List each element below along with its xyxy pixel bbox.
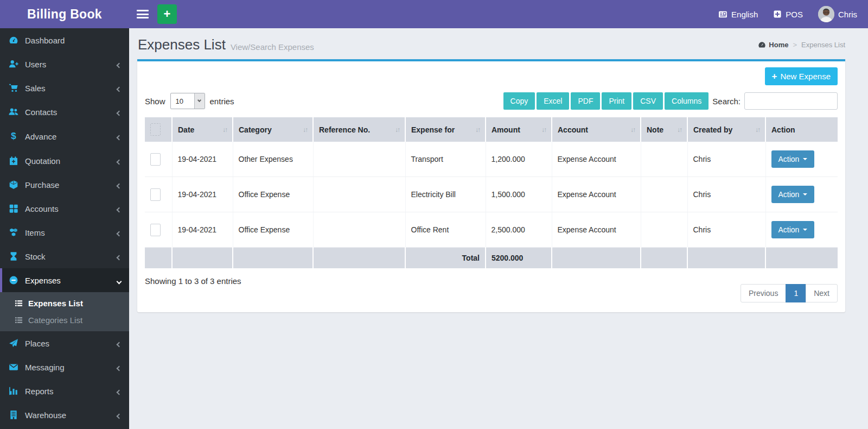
cell-amount: 2,500.000 <box>486 212 552 248</box>
cell-created-by: Chris <box>687 212 765 248</box>
next-page-button[interactable]: Next <box>806 284 838 302</box>
table-row: 19-04-2021 Office Expense Office Rent 2,… <box>145 212 838 248</box>
cell-date: 19-04-2021 <box>172 177 233 212</box>
quick-add-button[interactable]: + <box>157 4 177 24</box>
cube-icon <box>8 180 19 190</box>
chevron-left-icon <box>117 204 121 213</box>
columns-button[interactable]: Columns <box>665 92 709 110</box>
previous-page-button[interactable]: Previous <box>741 284 786 302</box>
cell-account: Expense Account <box>552 177 641 212</box>
cell-date: 19-04-2021 <box>172 212 233 248</box>
chevron-left-icon <box>117 180 121 190</box>
cell-date: 19-04-2021 <box>172 142 233 177</box>
hamburger-menu-icon[interactable] <box>137 10 149 18</box>
total-amount: 5200.000 <box>486 248 552 269</box>
column-header-note[interactable]: Note↓↑ <box>641 117 687 142</box>
sidebar-item-warehouse[interactable]: Warehouse <box>0 403 129 427</box>
column-header-created-by[interactable]: Created by↓↑ <box>687 117 765 142</box>
sidebar-item-label: Warehouse <box>25 411 66 420</box>
sort-icon: ↓↑ <box>541 126 546 134</box>
sort-icon: ↓↑ <box>303 126 307 134</box>
table-row: 19-04-2021 Other Expenses Transport 1,20… <box>145 142 838 177</box>
cell-account: Expense Account <box>552 212 641 248</box>
language-menu[interactable]: English <box>718 10 758 19</box>
column-header-amount[interactable]: Amount↓↑ <box>486 117 552 142</box>
action-dropdown-button[interactable]: Action <box>771 150 815 168</box>
sidebar-item-advance[interactable]: $ Advance <box>0 124 129 149</box>
cell-category: Office Expense <box>233 212 313 248</box>
row-checkbox[interactable] <box>150 188 161 201</box>
cell-note <box>641 177 687 212</box>
submenu-item-expenses-list[interactable]: Expenses List <box>0 295 129 312</box>
chevron-left-icon <box>117 60 121 69</box>
user-menu[interactable]: Chris <box>818 6 857 22</box>
pdf-button[interactable]: PDF <box>571 92 600 110</box>
sidebar-item-expenses[interactable]: Expenses <box>0 268 129 292</box>
cell-note <box>641 142 687 177</box>
csv-button[interactable]: CSV <box>633 92 663 110</box>
breadcrumb-current: Expenses List <box>801 41 845 49</box>
sidebar-item-contacts[interactable]: Contacts <box>0 100 129 124</box>
column-header-expense-for[interactable]: Expense for↓↑ <box>405 117 486 142</box>
building-icon <box>8 410 19 420</box>
username-label: Chris <box>838 10 857 19</box>
sort-icon: ↓↑ <box>630 126 635 134</box>
page-length-select[interactable]: 10 <box>170 93 205 109</box>
new-expense-button[interactable]: + New Expense <box>765 67 838 85</box>
paper-plane-icon <box>8 338 19 348</box>
page-1-button[interactable]: 1 <box>786 284 806 302</box>
breadcrumb-home-link[interactable]: Home <box>758 41 788 49</box>
hourglass-icon <box>8 251 19 261</box>
search-input[interactable] <box>744 92 838 110</box>
sidebar-item-places[interactable]: Places <box>0 331 129 355</box>
sidebar-item-accounts[interactable]: Accounts <box>0 197 129 220</box>
column-header-category[interactable]: Category↓↑ <box>233 117 313 142</box>
pos-menu[interactable]: POS <box>773 10 803 19</box>
envelope-icon <box>8 362 19 372</box>
cell-category: Office Expense <box>233 177 313 212</box>
cell-reference <box>313 212 405 248</box>
column-header-account[interactable]: Account↓↑ <box>552 117 641 142</box>
row-checkbox[interactable] <box>150 224 161 236</box>
content-header: Expenses List View/Search Expenses Home … <box>129 28 868 59</box>
sidebar-item-dashboard[interactable]: Dashboard <box>0 28 129 52</box>
minus-circle-icon <box>8 275 19 285</box>
sidebar-item-quotation[interactable]: Quotation <box>0 149 129 173</box>
show-label: Show <box>145 97 165 106</box>
cubes-icon <box>8 228 19 237</box>
chevron-left-icon <box>117 156 121 166</box>
column-header-reference[interactable]: Reference No.↓↑ <box>313 117 405 142</box>
sidebar-item-label: Purchase <box>25 180 59 190</box>
submenu-item-categories-list[interactable]: Categories List <box>0 312 129 329</box>
sidebar-item-stock[interactable]: Stock <box>0 244 129 268</box>
speedometer-icon <box>8 35 19 45</box>
column-header-date[interactable]: Date↓↑ <box>172 117 233 142</box>
expenses-table: Date↓↑ Category↓↑ Reference No.↓↑ Expens… <box>145 117 838 268</box>
cell-note <box>641 212 687 248</box>
sidebar-item-label: Contacts <box>25 108 57 117</box>
select-all-checkbox[interactable] <box>150 123 161 136</box>
select-all-header[interactable] <box>145 117 172 142</box>
action-dropdown-button[interactable]: Action <box>771 186 815 203</box>
chevron-left-icon <box>117 132 121 141</box>
sidebar-item-label: Quotation <box>25 156 60 166</box>
sidebar-item-users[interactable]: Users <box>0 52 129 76</box>
print-button[interactable]: Print <box>602 92 631 110</box>
plus-icon: + <box>164 8 171 20</box>
home-speedometer-icon <box>758 41 766 49</box>
sidebar: Dashboard Users Sales Contacts $ Advance… <box>0 28 129 429</box>
sidebar-item-sales[interactable]: Sales <box>0 76 129 100</box>
cell-amount: 1,200.000 <box>486 142 552 177</box>
bar-chart-icon <box>8 386 19 396</box>
select-arrow-icon <box>194 93 205 109</box>
copy-button[interactable]: Copy <box>503 92 535 110</box>
sidebar-item-items[interactable]: Items <box>0 220 129 244</box>
sidebar-item-messaging[interactable]: Messaging <box>0 355 129 379</box>
app-logo[interactable]: Billing Book <box>0 0 129 28</box>
sidebar-item-reports[interactable]: Reports <box>0 379 129 403</box>
row-checkbox[interactable] <box>150 153 161 166</box>
breadcrumb-separator: > <box>793 41 797 49</box>
excel-button[interactable]: Excel <box>537 92 569 110</box>
sidebar-item-purchase[interactable]: Purchase <box>0 173 129 197</box>
action-dropdown-button[interactable]: Action <box>771 221 815 238</box>
